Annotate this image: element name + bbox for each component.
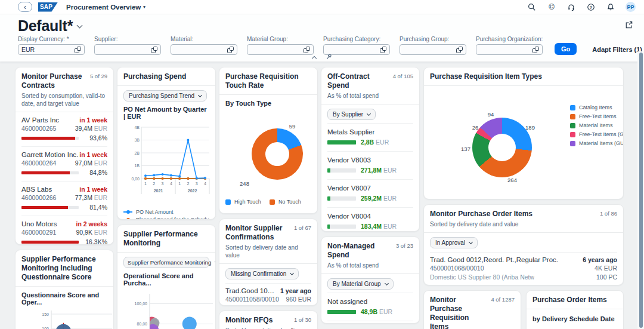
card-header[interactable]: Non-Managed Spend3 of 23 As % of total s… — [321, 237, 419, 274]
back-icon: ‹ — [24, 4, 26, 11]
card-count: 1 of 67 — [294, 225, 311, 231]
card-header[interactable]: Purchasing Spend — [117, 67, 215, 86]
offcontract-item[interactable]: Vendor V8004 183,4M EUR — [327, 208, 413, 232]
value-help-icon[interactable] — [75, 47, 81, 53]
chevron-down-icon — [367, 112, 371, 116]
spend-line-chart[interactable]: 0,001B2B3B4B1234123420212022 — [123, 121, 213, 206]
contract-item[interactable]: AV Parts Incin 1 week 460000026539,4M EU… — [21, 112, 107, 147]
variant-title[interactable]: Default* — [18, 17, 82, 35]
card-header[interactable]: Purchase Requisition Item Types — [424, 67, 623, 86]
po-item[interactable]: Trad. Good 0012,Reord. Pt.,Regular Proc.… — [430, 252, 617, 281]
share-icon[interactable] — [624, 20, 633, 32]
slice-label-freetext-gui: 26 — [472, 124, 479, 131]
chart-title: By Touch Type — [225, 100, 311, 107]
value-help-icon[interactable] — [227, 47, 234, 53]
card-monitor-pr-items: Monitor Purchase Requisition Items4 of 1… — [423, 290, 521, 329]
offcontract-item[interactable]: Vendor V8007 259,2M EUR — [327, 180, 413, 208]
group-name: Not assigned — [327, 298, 413, 305]
due-label: in 1 week — [79, 151, 107, 158]
assistant-icon[interactable]: © — [547, 2, 556, 12]
po-status-dropdown[interactable]: In Approval — [430, 237, 478, 248]
card-header[interactable]: Monitor Purchase Contracts5 of 29 Sorted… — [16, 67, 113, 112]
confirmation-item[interactable]: Trad.Good 10,PD,Third...1 year ago 45000… — [225, 283, 311, 306]
performance-bubble-chart[interactable]: 100,0080,00Score — [123, 288, 216, 329]
nonmanaged-item[interactable]: Finished Goods 0,0 EUR — [327, 321, 413, 324]
sap-logo[interactable]: SAP — [38, 2, 58, 12]
slice-label-material: 137 — [461, 146, 470, 152]
help-icon[interactable]: ? — [586, 2, 596, 12]
touch-donut-chart[interactable] — [252, 128, 303, 180]
value-help-icon[interactable] — [380, 47, 386, 53]
dropdown-value: By Material Group — [333, 281, 381, 287]
chart-title: by Delivery Schedule Date — [532, 315, 617, 322]
svg-text:0,00: 0,00 — [131, 177, 140, 181]
card-title: Monitor Supplier Confirmations — [225, 224, 290, 242]
card-header[interactable]: Off-Contract Spend4 of 105 As % of total… — [321, 67, 419, 104]
item-name: Trad.Good 10,PD,Third... — [225, 287, 275, 294]
variant-title-text: Default* — [18, 17, 73, 35]
percent: 84,8% — [89, 169, 107, 176]
consumption-bar — [21, 137, 79, 140]
card-header[interactable]: Purchase Requisition Touch Rate — [219, 67, 317, 95]
value-help-icon[interactable] — [532, 47, 539, 53]
card-title: Monitor Purchase Contracts — [21, 72, 86, 90]
card-title: Purchase Order Items — [532, 296, 607, 305]
back-button[interactable]: ‹ — [18, 2, 32, 12]
touch-donut-stage[interactable]: 59 248 — [225, 108, 311, 199]
value-help-icon[interactable] — [304, 47, 310, 53]
contract-id: 4600000291 — [21, 229, 56, 236]
value-help-icon[interactable] — [151, 47, 157, 53]
card-title: Supplier Performance Monitoring — [123, 230, 209, 248]
pin-icon[interactable] — [326, 52, 332, 63]
nonmanaged-dimension-dropdown[interactable]: By Material Group — [327, 278, 394, 290]
card-header[interactable]: Purchase Order Items — [527, 291, 623, 309]
card-header[interactable]: Monitor Purchase Requisition Items4 of 1… — [424, 291, 521, 329]
search-icon[interactable] — [527, 2, 537, 12]
chevron-down-icon — [469, 240, 473, 244]
card-header[interactable]: Monitor RFQs1 of 30 Sorted by quotation … — [219, 311, 317, 329]
spend-bar — [327, 196, 356, 201]
spend-view-dropdown[interactable]: Purchasing Spend Trend — [123, 90, 207, 102]
value-help-icon[interactable] — [456, 47, 463, 53]
headset-icon[interactable] — [566, 2, 576, 12]
card-purchasing-spend: Purchasing Spend Purchasing Spend Trend … — [117, 67, 216, 220]
supplier-name: AV Parts Inc — [21, 116, 59, 124]
card-title: Supplier Performance Monitoring Includin… — [21, 255, 107, 282]
item-age: 6 years ago — [583, 256, 617, 263]
slice-label-material-gui: 94 — [488, 111, 494, 118]
filter-label: Display Currency: * — [18, 36, 85, 42]
contract-item[interactable]: Garrett Motion Inc.in 1 week 46000002649… — [21, 147, 107, 182]
chevron-down-icon — [77, 23, 83, 29]
spend-bar — [327, 225, 356, 229]
collapse-chevron-icon[interactable] — [311, 56, 316, 60]
item-name: Trad. Good 0012,Reord. Pt.,Regular Proc. — [430, 256, 558, 263]
svg-text:1: 1 — [144, 182, 147, 186]
offcontract-dimension-dropdown[interactable]: By Supplier — [327, 109, 376, 120]
contract-item[interactable]: ABS Labsin 1 week 460000026677,3M EUR 81… — [21, 182, 107, 216]
chart-title: PO Net Amount by Quarter | EUR — [123, 106, 209, 120]
perf-view-dropdown[interactable]: Supplier Performance Monitoring — [123, 257, 209, 268]
card-header[interactable]: Monitor Supplier Confirmations1 of 67 So… — [219, 219, 317, 264]
notifications-bell-icon[interactable] — [606, 2, 615, 12]
confirmation-filter-dropdown[interactable]: Missing Confirmation — [225, 268, 299, 279]
spend-bar — [327, 310, 356, 314]
card-header[interactable]: Supplier Performance Monitoring — [117, 225, 215, 253]
contract-item[interactable]: Uno Motorsin 2 weeks 460000029190,9K EUR… — [21, 216, 107, 245]
types-donut-stage[interactable]: 94 26 137 264 189 Catalog Items Free-Tex… — [424, 85, 623, 199]
types-donut-chart[interactable] — [472, 118, 532, 177]
scrollbar-thumb[interactable] — [639, 53, 643, 328]
questionnaire-bubble-chart[interactable]: 15010050ual Score — [21, 307, 114, 329]
offcontract-item[interactable]: Metals Supplier 2,8B EUR — [327, 124, 413, 152]
amount: 2,8B EUR — [361, 139, 389, 146]
app-title-menu[interactable]: Procurement Overview▾ — [66, 4, 145, 11]
adapt-filters-button[interactable]: Adapt Filters (1) — [592, 46, 642, 53]
card-header[interactable]: Monitor Purchase Order Items1 of 86 Sort… — [424, 205, 623, 233]
nonmanaged-item[interactable]: Not assigned 48,9B EUR — [327, 293, 413, 321]
offcontract-item[interactable]: Vendor V8003 271,8M EUR — [327, 152, 413, 180]
item-doc: 4500011058/00010 — [225, 296, 279, 303]
user-avatar[interactable]: PP — [626, 2, 636, 12]
supplier-name: ABS Labs — [21, 186, 52, 193]
supplier-name: Vendor V8004 — [327, 213, 413, 220]
due-label: in 1 week — [79, 116, 107, 124]
card-header[interactable]: Supplier Performance Monitoring Includin… — [16, 250, 113, 287]
